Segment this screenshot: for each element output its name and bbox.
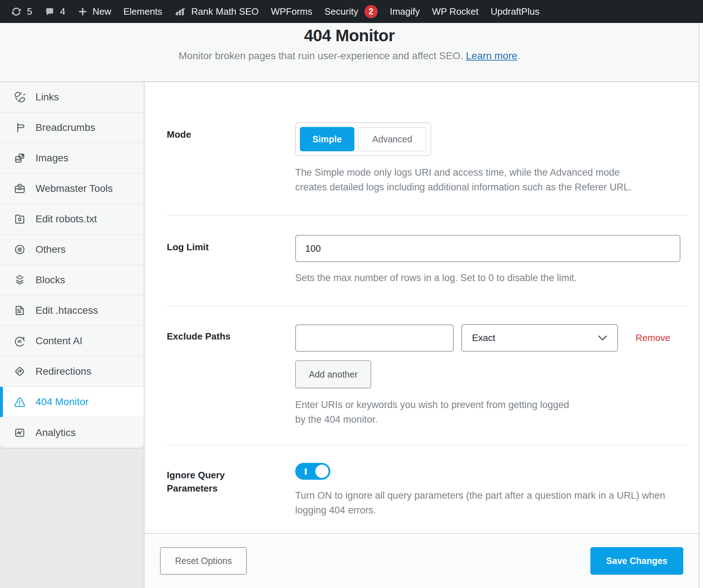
imagify-menu[interactable]: Imagify bbox=[384, 0, 426, 23]
sidebar-item-label: Edit robots.txt bbox=[36, 213, 97, 225]
exclude-paths-section: Exclude Paths Exact Remove Add another bbox=[145, 306, 699, 445]
sidebar-item-others[interactable]: Others bbox=[0, 234, 144, 265]
sidebar-item-edit-robots[interactable]: Edit robots.txt bbox=[0, 204, 144, 234]
match-type-value: Exact bbox=[472, 332, 495, 343]
elements-menu[interactable]: Elements bbox=[117, 0, 168, 23]
security-count-badge: 2 bbox=[364, 5, 378, 18]
signpost-icon bbox=[13, 121, 27, 134]
log-limit-section: Log Limit Sets the max number of rows in… bbox=[145, 215, 699, 305]
exclude-paths-label: Exclude Paths bbox=[167, 324, 295, 427]
sidebar-item-links[interactable]: Links bbox=[0, 82, 144, 113]
sidebar-item-label: Content AI bbox=[36, 335, 82, 347]
plus-icon bbox=[77, 6, 88, 17]
mode-simple-button[interactable]: Simple bbox=[300, 127, 354, 151]
mode-section: Mode Simple Advanced The Simple mode onl… bbox=[145, 82, 699, 215]
sidebar-item-label: Redirections bbox=[36, 366, 91, 377]
chevron-down-icon bbox=[598, 332, 607, 343]
admin-bar: 5 4 New Elements Rank Math SEO WPForms S… bbox=[0, 0, 703, 23]
ignore-query-description: Turn ON to ignore all query parameters (… bbox=[295, 488, 683, 518]
rank-math-menu[interactable]: Rank Math SEO bbox=[168, 0, 265, 23]
layers-icon bbox=[13, 273, 27, 287]
mode-segmented-control: Simple Advanced bbox=[295, 122, 431, 156]
new-menu[interactable]: New bbox=[71, 0, 117, 23]
comments-menu[interactable]: 4 bbox=[38, 0, 71, 23]
add-another-button[interactable]: Add another bbox=[295, 360, 371, 388]
updraftplus-menu[interactable]: UpdraftPlus bbox=[485, 0, 546, 23]
sidebar-item-label: Images bbox=[36, 152, 69, 164]
sidebar-item-webmaster-tools[interactable]: Webmaster Tools bbox=[0, 174, 144, 204]
sidebar-item-edit-htaccess[interactable]: Edit .htaccess bbox=[0, 295, 144, 326]
circle-lines-icon bbox=[13, 243, 27, 256]
log-limit-input[interactable] bbox=[295, 235, 680, 262]
images-icon bbox=[13, 151, 27, 165]
page-subtitle: Monitor broken pages that ruin user-expe… bbox=[0, 49, 699, 63]
page-title: 404 Monitor bbox=[0, 26, 699, 45]
learn-more-link[interactable]: Learn more bbox=[466, 50, 517, 61]
comment-icon bbox=[44, 6, 55, 17]
sidebar-item-label: Analytics bbox=[36, 427, 76, 438]
sidebar-item-label: Others bbox=[36, 244, 66, 255]
bar-chart-icon bbox=[174, 5, 187, 18]
sidebar-item-content-ai[interactable]: ai Content AI bbox=[0, 326, 144, 356]
settings-menu: Links Breadcrumbs Images bbox=[0, 82, 144, 449]
sidebar-item-label: Breadcrumbs bbox=[36, 122, 95, 133]
settings-frame: 404 Monitor Monitor broken pages that ru… bbox=[0, 23, 699, 588]
ignore-query-section: Ignore Query Parameters Turn ON to ignor… bbox=[145, 446, 699, 525]
remove-path-link[interactable]: Remove bbox=[636, 332, 670, 343]
mode-description: The Simple mode only logs URI and access… bbox=[295, 165, 654, 195]
analytics-icon bbox=[13, 426, 27, 440]
log-limit-description: Sets the max number of rows in a log. Se… bbox=[295, 271, 699, 285]
save-changes-button[interactable]: Save Changes bbox=[590, 547, 683, 575]
settings-footer: Reset Options Save Changes bbox=[145, 533, 699, 588]
sidebar-item-label: Webmaster Tools bbox=[36, 183, 113, 194]
security-menu[interactable]: Security 2 bbox=[319, 0, 384, 23]
sidebar-item-breadcrumbs[interactable]: Breadcrumbs bbox=[0, 113, 144, 143]
log-limit-label: Log Limit bbox=[167, 235, 295, 285]
sidebar-item-label: Edit .htaccess bbox=[36, 305, 98, 316]
sidebar-item-label: Links bbox=[36, 91, 59, 103]
updates-count: 5 bbox=[27, 6, 32, 17]
sidebar-item-analytics[interactable]: Analytics bbox=[0, 417, 144, 448]
updates-menu[interactable]: 5 bbox=[4, 0, 38, 23]
sidebar-item-label: Blocks bbox=[36, 274, 65, 286]
reset-options-button[interactable]: Reset Options bbox=[160, 547, 247, 575]
comments-count: 4 bbox=[60, 6, 65, 17]
wpforms-menu[interactable]: WPForms bbox=[265, 0, 319, 23]
rank-math-label: Rank Math SEO bbox=[191, 6, 259, 17]
toggle-on-mark bbox=[305, 468, 307, 475]
warning-triangle-icon bbox=[13, 395, 27, 409]
new-label: New bbox=[93, 6, 111, 17]
settings-content: Mode Simple Advanced The Simple mode onl… bbox=[145, 82, 699, 588]
settings-sidebar: Links Breadcrumbs Images bbox=[0, 82, 145, 588]
redirect-icon bbox=[13, 365, 27, 378]
file-lines-icon bbox=[13, 304, 27, 317]
page-header: 404 Monitor Monitor broken pages that ru… bbox=[0, 23, 699, 81]
wp-rocket-menu[interactable]: WP Rocket bbox=[426, 0, 485, 23]
broken-link-icon bbox=[13, 90, 27, 104]
exclude-path-input[interactable] bbox=[295, 324, 454, 352]
ignore-query-toggle[interactable] bbox=[295, 463, 330, 480]
refresh-icon bbox=[10, 6, 22, 18]
content-ai-icon: ai bbox=[13, 334, 27, 348]
sidebar-item-images[interactable]: Images bbox=[0, 143, 144, 174]
ignore-query-label: Ignore Query Parameters bbox=[167, 463, 295, 518]
sidebar-item-label: 404 Monitor bbox=[36, 396, 89, 408]
match-type-select[interactable]: Exact bbox=[461, 324, 618, 352]
sidebar-item-blocks[interactable]: Blocks bbox=[0, 265, 144, 295]
toggle-knob bbox=[315, 465, 329, 478]
folder-shield-icon bbox=[13, 212, 27, 226]
mode-label: Mode bbox=[167, 122, 295, 195]
sidebar-item-404-monitor[interactable]: 404 Monitor bbox=[0, 387, 144, 417]
sidebar-item-redirections[interactable]: Redirections bbox=[0, 356, 144, 387]
mode-advanced-button[interactable]: Advanced bbox=[358, 127, 426, 151]
subtitle-text: Monitor broken pages that ruin user-expe… bbox=[179, 50, 463, 61]
svg-text:ai: ai bbox=[18, 338, 22, 344]
briefcase-icon bbox=[13, 182, 27, 195]
exclude-paths-description: Enter URIs or keywords you wish to preve… bbox=[295, 398, 579, 427]
